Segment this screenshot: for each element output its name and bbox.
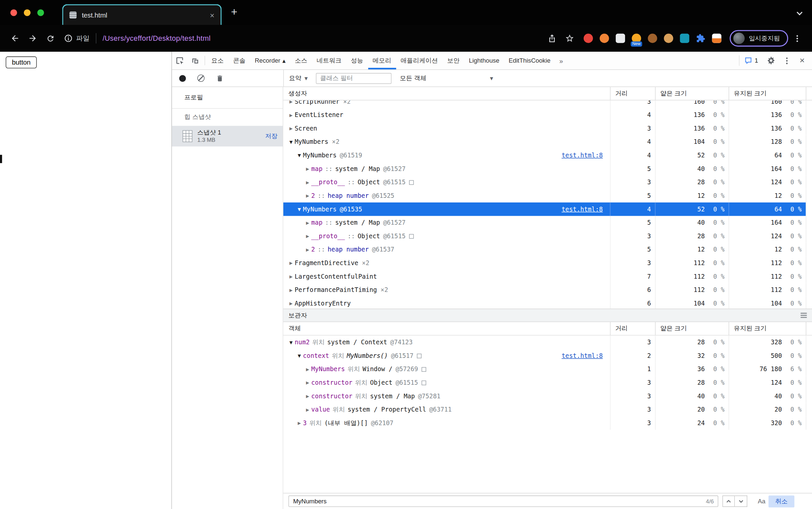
expand-arrow-icon[interactable]: ▶ <box>296 421 303 426</box>
constructor-row[interactable]: ▶PerformancePaintTiming×261120 %1120 % <box>283 283 812 297</box>
extension-icon[interactable] <box>664 34 673 43</box>
expand-arrow-icon[interactable]: ▶ <box>304 367 311 371</box>
constructor-row[interactable]: ▶AppHistoryEntry61040 %1040 % <box>283 297 812 308</box>
constructor-row[interactable]: ▶FragmentDirective×231120 %1120 % <box>283 256 812 270</box>
expand-arrow-icon[interactable]: ▶ <box>304 234 311 238</box>
devtools-tab-네트워크[interactable]: 네트워크 <box>312 52 346 69</box>
expand-arrow-icon[interactable]: ▶ <box>287 287 295 292</box>
devtools-close-button[interactable]: × <box>794 52 810 69</box>
snapshot-save-link[interactable]: 저장 <box>265 132 278 141</box>
source-location-link[interactable]: test.html:8 <box>562 352 603 360</box>
expand-arrow-icon[interactable]: ▶ <box>287 301 295 306</box>
retainer-row[interactable]: ▶3위치(내부 배열)[]@621073240 %3200 % <box>283 416 812 430</box>
constructor-row[interactable]: ▶map::system / Map@615275400 %1640 % <box>283 216 812 230</box>
devtools-tab-소스[interactable]: 소스 <box>290 52 312 69</box>
expand-arrow-icon[interactable]: ▶ <box>287 261 295 265</box>
expand-arrow-icon[interactable]: ▶ <box>304 394 311 398</box>
expand-arrow-icon[interactable]: ▶ <box>304 407 311 412</box>
extension-icon[interactable] <box>584 34 593 43</box>
objects-filter-dropdown[interactable]: 모든 객체 ▼ <box>400 74 493 83</box>
collapse-arrow-icon[interactable]: ▼ <box>287 139 295 144</box>
source-location-link[interactable]: test.html:8 <box>562 205 603 213</box>
back-button[interactable] <box>6 30 24 47</box>
perspective-dropdown[interactable]: 요약 ▼ <box>289 74 308 83</box>
delete-snapshot-button[interactable] <box>216 74 224 82</box>
extension-icon[interactable] <box>600 34 609 43</box>
devtools-tab-메모리[interactable]: 메모리 <box>368 52 396 69</box>
retainer-row[interactable]: ▶MyNumbers위치Window /@572691360 %76 1806 … <box>283 363 812 376</box>
browser-menu-button[interactable] <box>788 30 806 47</box>
bookmark-button[interactable] <box>561 30 578 47</box>
column-distance[interactable]: 거리 <box>610 87 655 100</box>
constructor-row[interactable]: ▶map::system / Map@615275400 %1640 % <box>283 162 812 176</box>
constructor-row[interactable]: ▼MyNumbers@61535test.html:84520 %640 % <box>283 202 812 216</box>
extension-icon[interactable] <box>712 34 721 43</box>
device-toolbar-button[interactable] <box>188 52 203 69</box>
retainer-row[interactable]: ▶constructor위치Object@615153280 %1240 % <box>283 376 812 389</box>
retainer-row[interactable]: ▶constructor위치system / Map@752813400 %40… <box>283 389 812 403</box>
column-distance[interactable]: 거리 <box>610 322 655 335</box>
expand-arrow-icon[interactable]: ▶ <box>304 194 311 198</box>
column-retained-size[interactable]: 유지된 크기 <box>729 87 806 100</box>
expand-arrow-icon[interactable]: ▶ <box>287 274 295 279</box>
issues-button[interactable]: 1 <box>739 55 763 66</box>
extension-icon[interactable] <box>696 34 705 43</box>
forward-button[interactable] <box>24 30 41 47</box>
address-url[interactable]: /Users/yceffort/Desktop/test.html <box>102 34 543 42</box>
site-info-button[interactable]: 파일 <box>64 34 90 43</box>
reload-button[interactable] <box>41 30 59 47</box>
devtools-tab-EditThisCookie[interactable]: EditThisCookie <box>504 52 555 69</box>
extension-icon[interactable] <box>680 34 689 43</box>
constructor-row[interactable]: ▶EventListener41360 %1360 % <box>283 108 812 122</box>
expand-arrow-icon[interactable]: ▶ <box>287 126 295 131</box>
expand-arrow-icon[interactable]: ▶ <box>304 220 311 225</box>
previous-match-button[interactable] <box>722 496 735 507</box>
constructor-row[interactable]: ▶__proto__::Object@615153280 %1240 % <box>283 176 812 189</box>
close-window-button[interactable] <box>10 9 17 16</box>
next-match-button[interactable] <box>735 496 748 507</box>
constructor-row[interactable]: ▶Screen31360 %1360 % <box>283 122 812 135</box>
profile-button[interactable]: 일시중지됨 <box>730 30 788 47</box>
column-constructor[interactable]: 생성자 <box>283 87 610 100</box>
devtools-tab-Lighthouse[interactable]: Lighthouse <box>464 52 504 69</box>
constructor-row[interactable]: ▼MyNumbers@61519test.html:84520 %640 % <box>283 148 812 162</box>
devtools-tab-요소[interactable]: 요소 <box>206 52 228 69</box>
devtools-tab-보안[interactable]: 보안 <box>442 52 464 69</box>
constructor-row[interactable]: ▶ScriptRunner×231600 %1600 % <box>283 100 812 108</box>
devtools-tab-성능[interactable]: 성능 <box>346 52 368 69</box>
devtools-tab-콘솔[interactable]: 콘솔 <box>228 52 250 69</box>
minimize-window-button[interactable] <box>24 9 31 16</box>
expand-arrow-icon[interactable]: ▶ <box>304 247 311 252</box>
expand-arrow-icon[interactable]: ▶ <box>287 113 295 117</box>
devtools-tab-Recorder[interactable]: Recorder▲ <box>250 52 290 69</box>
column-shallow-size[interactable]: 얕은 크기 <box>655 322 729 335</box>
record-heap-button[interactable] <box>179 75 186 81</box>
collapse-arrow-icon[interactable]: ▼ <box>296 353 303 358</box>
match-case-button[interactable]: Aa <box>758 498 765 505</box>
browser-tab[interactable]: test.html × <box>62 4 222 25</box>
source-location-link[interactable]: test.html:8 <box>562 152 603 159</box>
settings-button[interactable] <box>763 52 779 69</box>
expand-arrow-icon[interactable]: ▶ <box>304 166 311 171</box>
tab-close-icon[interactable]: × <box>210 11 214 19</box>
expand-arrow-icon[interactable]: ▶ <box>287 100 295 104</box>
constructor-row[interactable]: ▼MyNumbers×241040 %1280 % <box>283 135 812 149</box>
constructor-row[interactable]: ▶2::heap number@615375120 %120 % <box>283 243 812 257</box>
extension-icon[interactable] <box>648 34 657 43</box>
retainer-row[interactable]: ▼num2위치system / Context@741233280 %3280 … <box>283 336 812 349</box>
more-tabs-button[interactable]: » <box>555 57 567 64</box>
share-button[interactable] <box>543 30 561 47</box>
column-object[interactable]: 객체 <box>283 322 610 335</box>
devtools-tab-애플리케이션[interactable]: 애플리케이션 <box>396 52 443 69</box>
zoom-window-button[interactable] <box>37 9 44 16</box>
search-cancel-button[interactable]: 취소 <box>769 496 794 507</box>
page-button[interactable]: button <box>6 56 37 68</box>
column-retained-size[interactable]: 유지된 크기 <box>729 322 806 335</box>
snapshot-item[interactable]: 스냅샷 1 1.3 MB 저장 <box>172 126 283 147</box>
constructor-row[interactable]: ▶LargestContentfulPaint71120 %1120 % <box>283 270 812 283</box>
search-input[interactable]: MyNumbers 4/6 <box>289 496 718 507</box>
devtools-menu-button[interactable] <box>779 52 794 69</box>
new-tab-button[interactable]: + <box>231 6 237 17</box>
expand-arrow-icon[interactable]: ▶ <box>304 380 311 385</box>
collapse-arrow-icon[interactable]: ▼ <box>296 153 303 158</box>
